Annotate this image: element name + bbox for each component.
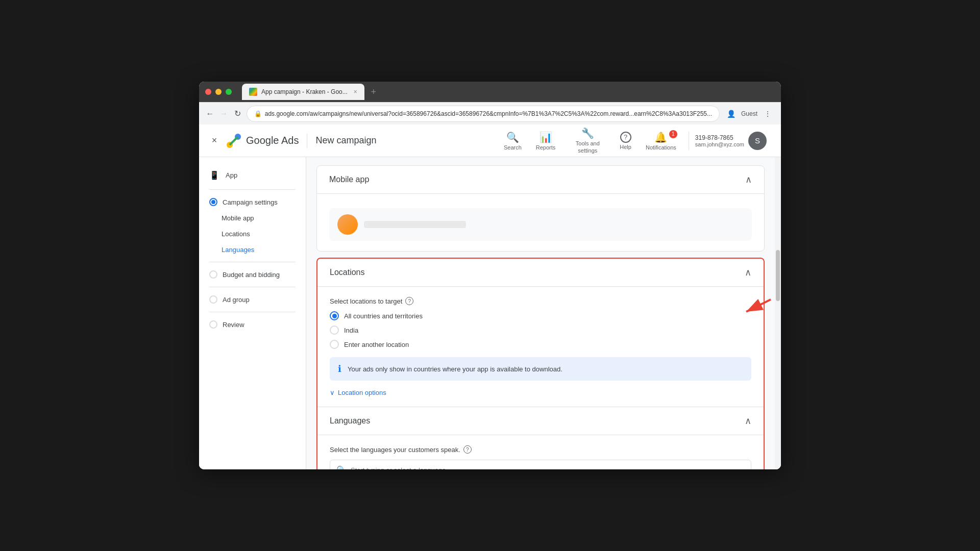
- tools-nav-label: Tools and settings: [570, 140, 605, 154]
- ads-page-title: New campaign: [315, 135, 376, 146]
- locations-title: Locations: [330, 268, 365, 277]
- sidebar-mobile-app-label: Mobile app: [222, 214, 254, 222]
- budget-bidding-radio: [209, 270, 217, 279]
- location-radio-all: [330, 311, 339, 320]
- tab-bar: App campaign - Kraken - Goo... × +: [242, 84, 775, 100]
- sidebar-item-app[interactable]: 📱 App: [199, 165, 306, 185]
- languages-select-label: Select the languages your customers spea…: [330, 445, 751, 454]
- mobile-app-title: Mobile app: [329, 175, 369, 184]
- locations-subsection: Locations ∧ Select locations to target ?: [317, 259, 764, 407]
- mobile-app-header[interactable]: Mobile app ∧: [317, 166, 764, 194]
- location-option-all[interactable]: All countries and territories: [330, 311, 751, 320]
- active-tab[interactable]: App campaign - Kraken - Goo... ×: [242, 84, 364, 100]
- sidebar-languages-label: Languages: [222, 246, 254, 254]
- languages-help-icon[interactable]: ?: [463, 445, 472, 454]
- sidebar-mobile-app[interactable]: Mobile app: [199, 210, 306, 226]
- url-bar[interactable]: 🔒 ads.google.com/aw/campaigns/new/univer…: [247, 106, 720, 122]
- mobile-app-chevron[interactable]: ∧: [745, 174, 752, 185]
- tab-favicon: [249, 88, 257, 96]
- locations-help-icon[interactable]: ?: [405, 297, 413, 305]
- sidebar-review[interactable]: Review: [199, 316, 306, 333]
- mobile-app-section: Mobile app ∧: [316, 165, 765, 252]
- app-sidebar-icon: 📱: [209, 170, 219, 180]
- user-avatar[interactable]: S: [748, 132, 767, 150]
- location-options-label: Location options: [338, 389, 386, 396]
- sidebar-languages[interactable]: Languages: [199, 242, 306, 258]
- user-email: sam.john@xyz.com: [695, 141, 744, 147]
- info-banner-text: Your ads only show in countries where yo…: [348, 365, 562, 373]
- new-tab-btn[interactable]: +: [366, 85, 381, 99]
- scroll-thumb[interactable]: [776, 250, 780, 301]
- forward-btn[interactable]: →: [219, 107, 229, 121]
- main-area: 📱 App Campaign settings Mobile app Locat…: [199, 157, 781, 469]
- refresh-btn[interactable]: ↻: [233, 107, 242, 121]
- sidebar-locations-label: Locations: [222, 230, 250, 238]
- location-option-india[interactable]: India: [330, 325, 751, 335]
- tools-nav-icon: 🔧: [581, 127, 594, 139]
- mobile-app-preview: [329, 208, 752, 241]
- search-nav-icon: 🔍: [506, 131, 519, 143]
- profile-icon-btn[interactable]: 👤: [724, 107, 738, 121]
- notifications-nav-icon: 🔔: [654, 131, 667, 143]
- reports-nav-label: Reports: [536, 144, 556, 151]
- ad-group-radio: [209, 295, 217, 304]
- sidebar-campaign-settings-label: Campaign settings: [223, 198, 278, 206]
- campaign-settings-radio: [209, 198, 217, 206]
- sidebar-ad-group-label: Ad group: [223, 296, 250, 304]
- sidebar-budget-bidding[interactable]: Budget and bidding: [199, 266, 306, 283]
- traffic-light-green[interactable]: [226, 89, 232, 95]
- traffic-light-red[interactable]: [205, 89, 211, 95]
- traffic-light-yellow[interactable]: [215, 89, 222, 95]
- sidebar-divider-3: [209, 287, 296, 287]
- location-info-banner: ℹ Your ads only show in countries where …: [330, 357, 751, 381]
- tab-close-btn[interactable]: ×: [354, 88, 357, 95]
- language-input-wrapper[interactable]: 🔍: [330, 460, 751, 469]
- address-bar-icons: 👤 Guest ⋮: [724, 107, 775, 121]
- languages-body: Select the languages your customers spea…: [317, 435, 764, 469]
- languages-header[interactable]: Languages ∧: [317, 407, 764, 435]
- language-input[interactable]: [351, 466, 745, 470]
- locations-select-label: Select locations to target ?: [330, 297, 751, 305]
- review-radio: [209, 320, 217, 329]
- languages-chevron[interactable]: ∧: [745, 415, 751, 427]
- ads-nav-actions: 🔍 Search 📊 Reports 🔧 Tools and settings …: [498, 123, 773, 158]
- app-info-blur: [364, 221, 466, 228]
- languages-subsection: Languages ∧ Select the languages your cu…: [317, 407, 764, 469]
- locations-header[interactable]: Locations ∧: [317, 259, 764, 287]
- tab-title: App campaign - Kraken - Goo...: [261, 88, 348, 95]
- search-nav-item[interactable]: 🔍 Search: [498, 127, 528, 155]
- sidebar-ad-group[interactable]: Ad group: [199, 291, 306, 308]
- more-options-btn[interactable]: ⋮: [761, 107, 775, 121]
- locations-chevron[interactable]: ∧: [745, 267, 751, 278]
- ads-nav-divider: [307, 134, 307, 148]
- notifications-nav-item[interactable]: 🔔 1 Notifications: [640, 127, 682, 155]
- location-options-link[interactable]: ∨ Location options: [330, 389, 751, 396]
- sidebar-divider-2: [209, 262, 296, 262]
- location-radio-other: [330, 340, 339, 349]
- sidebar-app-label: App: [226, 171, 237, 179]
- user-info: 319-878-7865 sam.john@xyz.com S: [689, 132, 773, 150]
- lock-icon: 🔒: [254, 110, 262, 117]
- ads-close-btn[interactable]: ×: [207, 134, 222, 148]
- sidebar-divider: [209, 189, 296, 190]
- search-nav-label: Search: [504, 144, 522, 151]
- sidebar-budget-bidding-label: Budget and bidding: [223, 271, 280, 279]
- help-nav-item[interactable]: ? Help: [614, 128, 638, 154]
- ads-logo-text: Google Ads: [246, 135, 299, 146]
- info-banner-icon: ℹ: [338, 363, 341, 374]
- sidebar-campaign-settings[interactable]: Campaign settings: [199, 194, 306, 210]
- ads-logo: Google Ads: [226, 133, 299, 149]
- sidebar-locations[interactable]: Locations: [199, 226, 306, 242]
- ads-logo-icon: [226, 133, 242, 149]
- sidebar: 📱 App Campaign settings Mobile app Locat…: [199, 157, 306, 469]
- languages-title: Languages: [330, 416, 370, 425]
- back-btn[interactable]: ←: [205, 107, 215, 121]
- location-options-chevron-down: ∨: [330, 389, 335, 396]
- location-option-india-label: India: [344, 327, 358, 334]
- app-icon: [337, 214, 358, 235]
- location-option-other[interactable]: Enter another location: [330, 340, 751, 349]
- tools-nav-item[interactable]: 🔧 Tools and settings: [564, 123, 611, 158]
- scrollbar[interactable]: [775, 157, 781, 469]
- help-nav-icon: ?: [620, 132, 631, 143]
- reports-nav-item[interactable]: 📊 Reports: [530, 127, 562, 155]
